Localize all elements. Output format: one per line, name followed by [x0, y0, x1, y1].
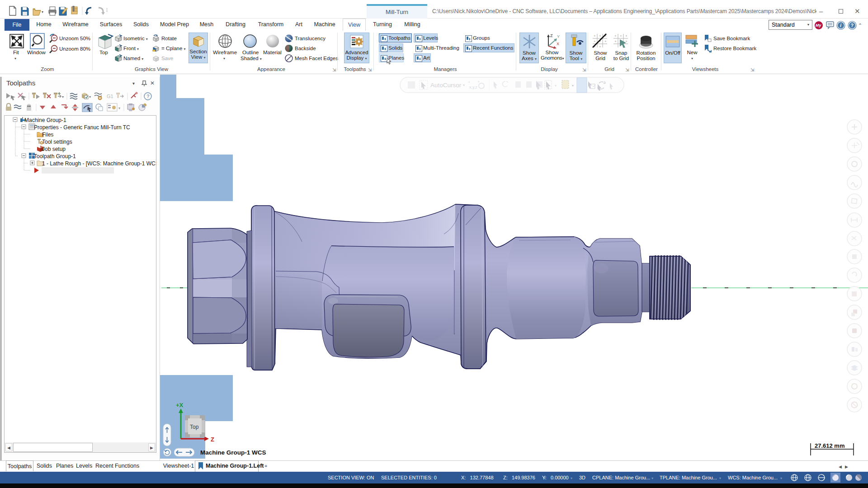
- svg-text:+: +: [599, 45, 601, 49]
- svg-text:+: +: [604, 39, 607, 43]
- svg-text:X: X: [557, 42, 559, 46]
- svg-text:Y: Y: [557, 34, 560, 39]
- svg-text:Machine Group-1 WCS: Machine Group-1 WCS: [200, 449, 266, 456]
- svg-text:AutoCursor: AutoCursor: [430, 82, 462, 89]
- svg-text:+: +: [468, 80, 470, 84]
- svg-text:+: +: [599, 34, 601, 38]
- svg-text:▾: ▾: [555, 84, 557, 88]
- svg-text:+: +: [594, 39, 596, 43]
- svg-text:+: +: [614, 39, 617, 43]
- svg-text:+: +: [594, 34, 596, 38]
- svg-text:Top: Top: [190, 424, 199, 430]
- svg-text:+: +: [620, 34, 622, 38]
- svg-text:+: +: [614, 34, 617, 38]
- svg-text:▾: ▾: [572, 84, 574, 88]
- svg-text:27.612 mm: 27.612 mm: [815, 442, 845, 449]
- svg-text:Z: Z: [211, 436, 214, 443]
- svg-text:?: ?: [851, 23, 854, 28]
- svg-text:▾: ▾: [463, 83, 465, 87]
- svg-text:+: +: [625, 34, 627, 38]
- svg-text:+X: +X: [176, 402, 184, 408]
- svg-text:Z: Z: [550, 33, 553, 38]
- svg-text:x,y,z: x,y,z: [469, 85, 477, 89]
- svg-text:+: +: [477, 80, 480, 84]
- svg-text:My: My: [816, 23, 821, 28]
- svg-text:▾: ▾: [42, 10, 43, 14]
